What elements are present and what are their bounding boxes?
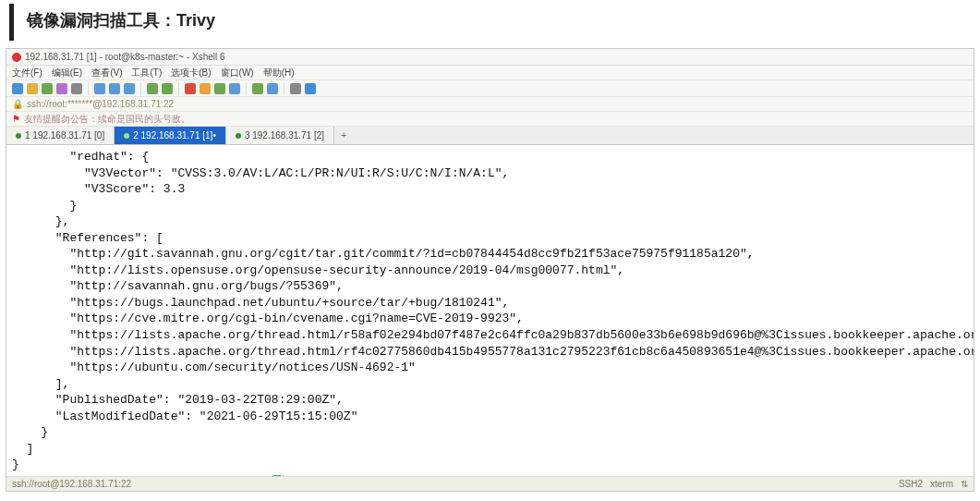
status-item: SSH2 <box>899 479 923 489</box>
settings-icon[interactable] <box>290 83 301 94</box>
key-icon[interactable] <box>214 83 225 94</box>
flag-icon: ⚑ <box>12 114 20 124</box>
status-right: SSH2xterm⇅ <box>891 479 968 489</box>
menu-item[interactable]: 查看(V) <box>91 67 122 79</box>
session-tab[interactable]: 3 192.168.31.71 [2] <box>226 127 334 144</box>
ssh-protocol-icon: 🔒 <box>12 99 23 109</box>
tab-label: 3 192.168.31.71 [2] <box>245 130 324 141</box>
page-title: 镜像漏洞扫描工具：Trivy <box>9 4 980 41</box>
toolbar[interactable] <box>6 80 974 97</box>
menu-item[interactable]: 窗口(W) <box>221 67 254 79</box>
tab-modified-indicator: • <box>212 130 216 141</box>
menu-item[interactable]: 帮助(H) <box>263 67 295 79</box>
window-titlebar: 192.168.31.71 [1] - root@k8s-master:~ - … <box>6 49 974 66</box>
save-icon[interactable] <box>42 83 53 94</box>
window-title-text: 192.168.31.71 [1] - root@k8s-master:~ - … <box>25 52 225 62</box>
menu-item[interactable]: 编辑(E) <box>52 67 82 79</box>
run-icon[interactable] <box>252 83 263 94</box>
hint-text: 友情提醒勿公告：续命是国民的头号敌。 <box>24 113 190 126</box>
cascade-icon[interactable] <box>162 83 173 94</box>
find-icon[interactable] <box>124 83 135 94</box>
connection-status-icon <box>124 133 129 139</box>
connection-status-icon <box>236 133 241 139</box>
toolbar-separator <box>88 82 89 95</box>
session-tabs[interactable]: 1 192.168.31.71 [0]2 192.168.31.71 [1] •… <box>6 127 974 145</box>
tab-label: 2 192.168.31.71 [1] <box>133 130 212 141</box>
status-bar: ssh://root@192.168.31.71:22 SSH2xterm⇅ <box>6 476 974 491</box>
status-item: ⇅ <box>961 479 968 489</box>
new-session-icon[interactable] <box>12 83 23 94</box>
session-tab[interactable]: 2 192.168.31.71 [1] • <box>115 127 226 144</box>
toolbar-separator <box>246 82 247 95</box>
toolbar-separator <box>140 82 141 95</box>
app-logo-icon <box>12 53 21 62</box>
hint-bar: ⚑ 友情提醒勿公告：续命是国民的头号敌。 <box>6 112 974 127</box>
script-icon[interactable] <box>267 83 278 94</box>
menubar[interactable]: 文件(F)编辑(E)查看(V)工具(T)选项卡(B)窗口(W)帮助(H) <box>6 66 974 80</box>
tab-label: 1 192.168.31.71 [0] <box>25 130 104 141</box>
address-text: ssh://root:*******@192.168.31.71:22 <box>27 99 174 109</box>
open-icon[interactable] <box>27 83 38 94</box>
toolbar-separator <box>178 82 179 95</box>
fullscreen-icon[interactable] <box>147 83 158 94</box>
xshell-window: 192.168.31.71 [1] - root@k8s-master:~ - … <box>6 48 974 492</box>
disconnect-icon[interactable] <box>71 83 82 94</box>
paste-icon[interactable] <box>109 83 120 94</box>
menu-item[interactable]: 工具(T) <box>131 67 162 79</box>
reconnect-icon[interactable] <box>56 83 67 94</box>
menu-item[interactable]: 文件(F) <box>12 67 42 79</box>
help-icon[interactable] <box>305 83 316 94</box>
red-dot-icon[interactable] <box>185 83 196 94</box>
terminal-output[interactable]: "redhat": { "V3Vector": "CVSS:3.0/AV:L/A… <box>6 145 974 476</box>
status-left: ssh://root@192.168.31.71:22 <box>12 479 131 489</box>
address-bar[interactable]: 🔒 ssh://root:*******@192.168.31.71:22 <box>6 97 974 112</box>
copy-icon[interactable] <box>94 83 105 94</box>
lock-icon[interactable] <box>200 83 211 94</box>
folder-icon[interactable] <box>229 83 240 94</box>
session-tab[interactable]: 1 192.168.31.71 [0] <box>6 127 115 144</box>
new-tab-button[interactable]: + <box>334 127 353 144</box>
toolbar-separator <box>284 82 284 95</box>
connection-status-icon <box>16 133 21 139</box>
status-item: xterm <box>930 479 953 489</box>
menu-item[interactable]: 选项卡(B) <box>171 67 211 79</box>
